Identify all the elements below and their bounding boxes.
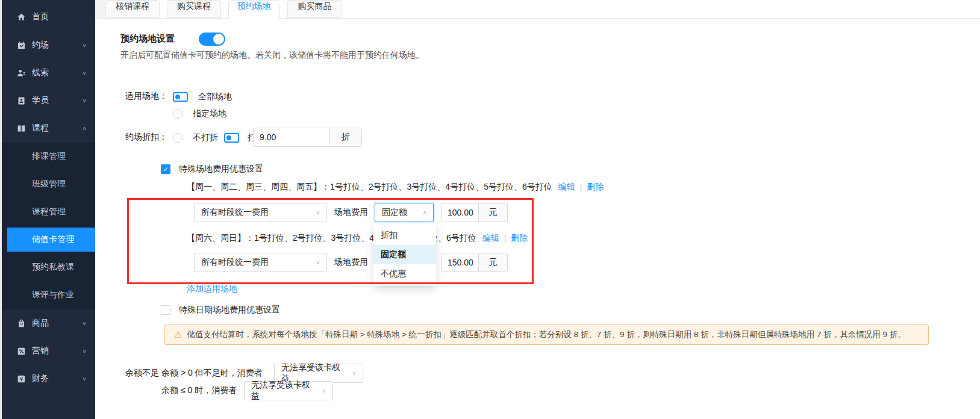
tab-book-venue[interactable]: 预约场地 bbox=[228, 0, 279, 19]
radio-unselected-icon bbox=[173, 109, 183, 119]
sidebar-item-goods[interactable]: 商品 ∨ bbox=[2, 309, 95, 337]
amount-input-2[interactable]: 150.00 bbox=[442, 253, 478, 272]
tab-label: 预约场地 bbox=[237, 1, 271, 12]
subitem-label: 储值卡管理 bbox=[32, 234, 74, 245]
fee-type-select-1[interactable]: 固定额 ∧ bbox=[375, 203, 434, 222]
radio-no-discount[interactable]: 不打折 bbox=[173, 132, 218, 143]
finance-icon: ¥ bbox=[16, 374, 26, 383]
radio-selected-icon bbox=[224, 133, 239, 143]
sidebar-item-label: 线索 bbox=[32, 67, 49, 78]
goods-icon bbox=[16, 318, 26, 328]
sidebar-subitem-classes[interactable]: 班级管理 bbox=[2, 170, 95, 198]
chevron-up-icon: ∧ bbox=[422, 209, 427, 216]
svg-text:¥: ¥ bbox=[19, 375, 23, 382]
dropdown-option-no-discount[interactable]: 不优惠 bbox=[373, 264, 436, 284]
sidebar-item-booking[interactable]: 约场 ∨ bbox=[2, 31, 95, 59]
warning-text: 储值支付结算时，系统对每个场地按「特殊日期 > 特殊场地 > 统一折扣」逐级匹配… bbox=[187, 329, 905, 340]
venue-group-2-header: 【周六、周日】：1号打位、2号打位、3号打位、4号打位、5号打位、6号打位 编辑… bbox=[187, 232, 528, 245]
chevron-down-icon: ∨ bbox=[322, 387, 326, 394]
discount-rate-input[interactable]: 9.00 bbox=[254, 128, 329, 146]
sidebar-item-leads[interactable]: 线索 ∨ bbox=[2, 59, 95, 87]
calendar-icon bbox=[16, 40, 26, 50]
radio-label: 全部场地 bbox=[198, 92, 232, 102]
toggle-knob bbox=[213, 34, 224, 45]
sidebar-item-students[interactable]: 学员 ∨ bbox=[2, 87, 95, 114]
page-title: 预约场地设置 bbox=[120, 33, 175, 45]
app-window: 首页 约场 ∨ 线索 ∨ 学员 ∨ 课程 bbox=[0, 0, 980, 419]
subitem-label: 班级管理 bbox=[32, 179, 66, 190]
venue-scope-label: 适用场地： bbox=[125, 90, 167, 103]
balance-case2-text: 余额 ≤ 0 时，消费者 bbox=[161, 384, 237, 397]
dropdown-option-discount[interactable]: 折扣 bbox=[373, 226, 436, 245]
edit-link[interactable]: 编辑 bbox=[558, 182, 575, 193]
sidebar-item-finance[interactable]: ¥ 财务 ∨ bbox=[2, 365, 95, 393]
amount-unit-1: 元 bbox=[478, 203, 507, 222]
special-date-checkbox-row[interactable]: 特殊日期场地费用优惠设置 bbox=[161, 305, 280, 315]
radio-discount-rate[interactable]: 打 bbox=[224, 132, 256, 143]
special-venue-checkbox-row[interactable]: ✓ 特殊场地费用优惠设置 bbox=[161, 164, 263, 175]
sidebar-subitem-course-mgmt[interactable]: 课程管理 bbox=[2, 198, 95, 226]
radio-all-venues[interactable]: 全部场地 bbox=[173, 92, 232, 102]
venue-setting-toggle[interactable] bbox=[199, 33, 225, 46]
delete-link[interactable]: 删除 bbox=[511, 233, 528, 244]
checkbox-label: 特殊日期场地费用优惠设置 bbox=[179, 305, 280, 315]
setting-description: 开启后可配置储值卡可预约的场地。若关闭，该储值卡将不能用于预约任何场地。 bbox=[120, 50, 424, 61]
delete-link[interactable]: 删除 bbox=[587, 182, 604, 193]
tab-label: 核销课程 bbox=[116, 1, 149, 12]
link-divider: | bbox=[580, 182, 582, 192]
radio-specified-venues[interactable]: 指定场地 bbox=[173, 108, 226, 119]
marketing-icon bbox=[16, 346, 26, 356]
fee-type-dropdown: 折扣 固定额 不优惠 bbox=[373, 223, 436, 286]
sidebar-item-label: 财务 bbox=[32, 373, 49, 384]
tab-buy-goods[interactable]: 购买商品 bbox=[287, 0, 342, 18]
balance-case1-text: 余额 > 0 但不足时，消费者 bbox=[161, 367, 263, 380]
select-value: 所有时段统一费用 bbox=[201, 207, 269, 218]
tab-bar-gap bbox=[95, 0, 105, 18]
amount-unit-2: 元 bbox=[478, 253, 507, 272]
amount-input-1[interactable]: 100.00 bbox=[442, 203, 478, 222]
add-venue-link[interactable]: 添加适用场地 bbox=[187, 282, 237, 296]
chevron-down-icon: ∨ bbox=[82, 320, 87, 326]
fee-label-1: 场地费用 bbox=[334, 206, 368, 219]
subitem-label: 排课管理 bbox=[32, 151, 66, 162]
radio-label: 指定场地 bbox=[193, 108, 226, 119]
balance-case2-select[interactable]: 无法享受该卡权益 ∨ bbox=[244, 381, 333, 400]
subitem-label: 预约私教课 bbox=[32, 262, 74, 273]
sidebar-subitem-schedule[interactable]: 排课管理 bbox=[2, 143, 95, 170]
chevron-down-icon: ∨ bbox=[316, 259, 320, 265]
sidebar-subitem-reviews-homework[interactable]: 课评与作业 bbox=[2, 281, 95, 309]
select-value: 无法享受该卡权益 bbox=[251, 380, 318, 402]
amount-input-group-2: 150.00 元 bbox=[441, 253, 508, 272]
venue-group-1-header: 【周一、周二、周三、周四、周五】：1号打位、2号打位、3号打位、4号打位、5号打… bbox=[187, 181, 604, 194]
discount-rate-unit: 折 bbox=[329, 128, 361, 146]
leads-icon bbox=[16, 68, 26, 78]
checkbox-unchecked-icon[interactable] bbox=[161, 305, 170, 315]
fee-label-2: 场地费用 bbox=[334, 256, 368, 269]
tab-label: 购买商品 bbox=[298, 1, 332, 12]
chevron-down-icon: ∨ bbox=[82, 70, 87, 76]
tab-buy-courses[interactable]: 购买课程 bbox=[167, 0, 221, 18]
chevron-down-icon: ∨ bbox=[82, 42, 87, 48]
checkbox-checked-icon[interactable]: ✓ bbox=[161, 164, 170, 174]
discount-rate-input-group: 9.00 折 bbox=[253, 128, 362, 147]
sidebar: 首页 约场 ∨ 线索 ∨ 学员 ∨ 课程 bbox=[2, 0, 95, 419]
sidebar-item-courses[interactable]: 课程 ∧ bbox=[2, 114, 95, 142]
sidebar-subitem-private-lessons[interactable]: 预约私教课 bbox=[2, 253, 95, 281]
home-icon bbox=[16, 12, 26, 22]
select-value: 所有时段统一费用 bbox=[201, 257, 269, 268]
sidebar-subitem-stored-value-card[interactable]: 储值卡管理 bbox=[2, 226, 95, 253]
warning-banner: ⚠ 储值支付结算时，系统对每个场地按「特殊日期 > 特殊场地 > 统一折扣」逐级… bbox=[164, 324, 929, 345]
sidebar-item-home[interactable]: 首页 bbox=[2, 3, 95, 31]
sidebar-item-marketing[interactable]: 营销 ∨ bbox=[2, 337, 95, 365]
sidebar-item-label: 首页 bbox=[32, 11, 49, 22]
checkbox-label: 特殊场地费用优惠设置 bbox=[179, 164, 263, 175]
period-select-2[interactable]: 所有时段统一费用 ∨ bbox=[194, 253, 327, 272]
sidebar-item-label: 商品 bbox=[32, 318, 49, 329]
courses-icon bbox=[16, 123, 26, 133]
period-select-1[interactable]: 所有时段统一费用 ∨ bbox=[194, 203, 327, 222]
tab-redeem-courses[interactable]: 核销课程 bbox=[105, 0, 160, 18]
dropdown-option-fixed-amount[interactable]: 固定额 bbox=[373, 245, 436, 264]
edit-link[interactable]: 编辑 bbox=[482, 233, 499, 244]
subitem-label: 课程管理 bbox=[32, 206, 66, 217]
select-value: 固定额 bbox=[382, 207, 407, 218]
